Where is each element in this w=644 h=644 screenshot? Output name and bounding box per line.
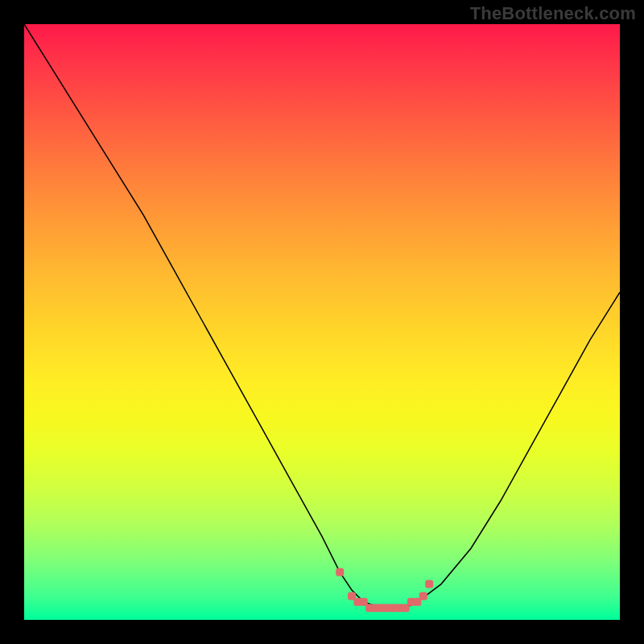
watermark-text: TheBottleneck.com: [470, 3, 636, 24]
marker-point: [336, 568, 344, 576]
marker-point: [419, 592, 427, 600]
curve-svg: [24, 24, 620, 620]
marker-group: [336, 568, 433, 612]
bottleneck-curve: [24, 24, 620, 608]
plot-area: [24, 24, 620, 620]
marker-point: [425, 580, 433, 588]
chart-container: TheBottleneck.com: [0, 0, 644, 644]
